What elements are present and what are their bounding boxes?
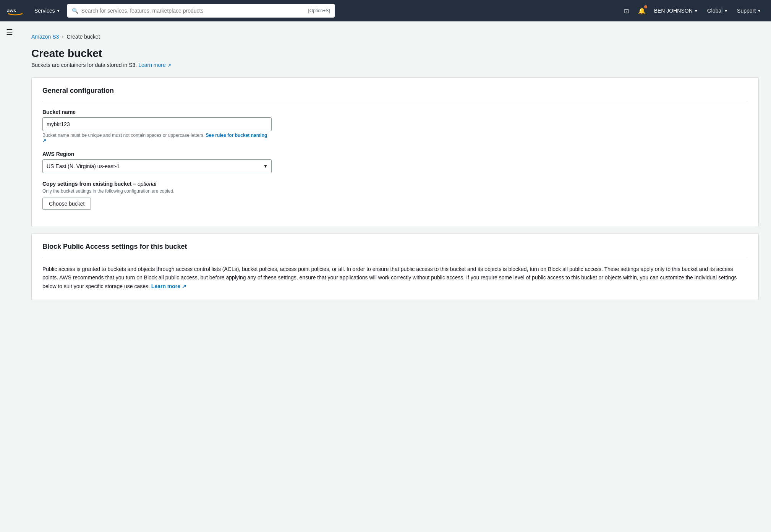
support-label: Support (737, 8, 756, 14)
svg-text:aws: aws (7, 8, 16, 13)
bucket-name-help: Bucket name must be unique and must not … (42, 133, 272, 143)
cloudshell-button[interactable]: ⊡ (620, 4, 633, 18)
notification-badge (644, 5, 647, 8)
sidebar-toggle-button[interactable]: ☰ (6, 28, 13, 37)
region-selector[interactable]: Global ▼ (703, 5, 732, 16)
page-subtitle: Buckets are containers for data stored i… (31, 62, 759, 68)
bucket-name-label: Bucket name (42, 109, 748, 115)
notifications-button[interactable]: 🔔 (635, 4, 649, 18)
support-chevron-icon: ▼ (757, 9, 761, 13)
aws-logo[interactable]: aws (6, 5, 24, 17)
search-shortcut: [Option+S] (308, 8, 330, 13)
copy-settings-label: Copy settings from existing bucket (42, 181, 131, 187)
main-content: Amazon S3 › Create bucket Create bucket … (19, 21, 771, 532)
services-chevron-icon: ▼ (57, 9, 60, 13)
region-chevron-icon: ▼ (724, 9, 728, 13)
breadcrumb: Amazon S3 › Create bucket (31, 34, 759, 40)
top-navigation: aws Services ▼ 🔍 [Option+S] ⊡ 🔔 BEN JOHN… (0, 0, 771, 21)
bucket-name-input[interactable] (42, 117, 272, 131)
user-name: BEN JOHNSON (654, 8, 693, 14)
bucket-name-help-text: Bucket name must be unique and must not … (42, 133, 204, 138)
general-configuration-card: General configuration Bucket name Bucket… (31, 77, 759, 227)
breadcrumb-current: Create bucket (66, 34, 100, 40)
bucket-name-group: Bucket name Bucket name must be unique a… (42, 109, 748, 143)
breadcrumb-amazon-s3-link[interactable]: Amazon S3 (31, 34, 59, 40)
copy-settings-title: Copy settings from existing bucket – opt… (42, 181, 748, 187)
choose-bucket-button[interactable]: Choose bucket (42, 198, 91, 210)
region-label: Global (707, 8, 722, 14)
user-menu[interactable]: BEN JOHNSON ▼ (650, 5, 702, 16)
aws-region-group: AWS Region US East (N. Virginia) us-east… (42, 151, 748, 173)
block-public-access-description: Public access is granted to buckets and … (42, 265, 748, 290)
block-public-access-external-icon: ↗ (182, 283, 186, 289)
global-search: 🔍 [Option+S] (67, 4, 335, 18)
learn-more-link[interactable]: Learn more ↗ (138, 62, 171, 68)
general-configuration-title: General configuration (42, 87, 748, 101)
aws-region-label: AWS Region (42, 151, 748, 157)
block-public-access-card: Block Public Access settings for this bu… (31, 233, 759, 300)
external-link-icon: ↗ (167, 63, 171, 68)
copy-settings-description: Only the bucket settings in the followin… (42, 188, 748, 194)
services-menu[interactable]: Services ▼ (31, 5, 64, 16)
support-menu[interactable]: Support ▼ (733, 5, 765, 16)
block-public-access-learn-more-link[interactable]: Learn more ↗ (151, 283, 186, 289)
breadcrumb-separator: › (62, 34, 63, 39)
page-subtitle-text: Buckets are containers for data stored i… (31, 62, 137, 68)
region-select-wrapper: US East (N. Virginia) us-east-1 US East … (42, 159, 272, 173)
page-title: Create bucket (31, 47, 759, 60)
copy-settings-group: Copy settings from existing bucket – opt… (42, 181, 748, 210)
region-select[interactable]: US East (N. Virginia) us-east-1 US East … (42, 159, 272, 173)
terminal-icon: ⊡ (624, 7, 629, 15)
search-icon: 🔍 (72, 8, 78, 14)
block-public-access-text: Public access is granted to buckets and … (42, 266, 737, 289)
bell-icon: 🔔 (638, 7, 646, 15)
search-input[interactable] (81, 8, 305, 14)
copy-settings-dash: – (133, 181, 138, 187)
copy-settings-optional: optional (138, 181, 156, 187)
nav-right-section: ⊡ 🔔 BEN JOHNSON ▼ Global ▼ Support ▼ (620, 4, 765, 18)
services-label: Services (34, 8, 55, 14)
block-public-access-title: Block Public Access settings for this bu… (42, 243, 748, 257)
naming-rules-external-icon: ↗ (42, 138, 46, 143)
user-chevron-icon: ▼ (694, 9, 698, 13)
